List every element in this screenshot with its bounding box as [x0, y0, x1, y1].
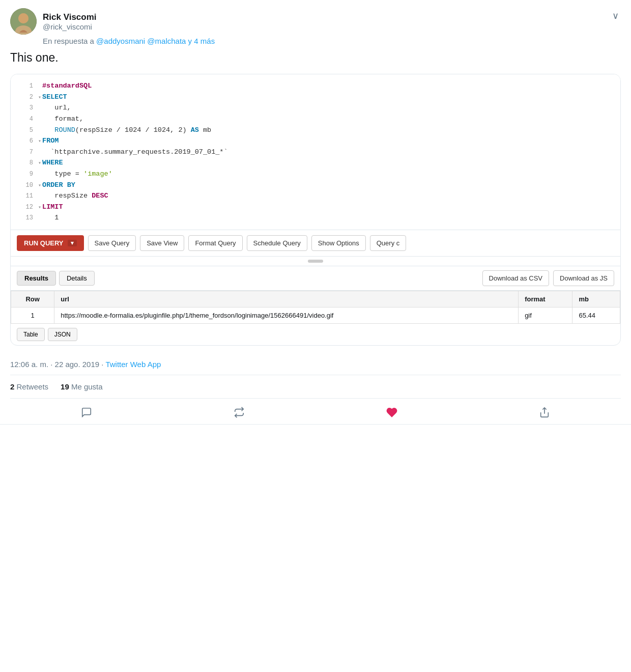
code-editor: 1 #standardSQL 2 ▾ SELECT 3 url, 4 fo: [11, 74, 620, 230]
code-line-5: 5 ROUND(respSize / 1024 / 1024, 2) AS mb: [11, 125, 620, 136]
table-row: 1 https://moodle.e-formalia.es/pluginfil…: [11, 307, 620, 323]
format-query-button[interactable]: Format Query: [188, 235, 242, 251]
code-line-2: 2 ▾ SELECT: [11, 92, 620, 103]
show-options-button[interactable]: Show Options: [311, 235, 366, 251]
avatar-image: [10, 8, 37, 35]
retweets-label: Retweets: [17, 382, 49, 391]
results-tabs-left: Results Details: [17, 271, 95, 286]
table-tab-button[interactable]: Table: [17, 328, 45, 341]
tweet-header-left: Rick Viscomi @rick_viscomi: [10, 8, 97, 35]
query-c-button[interactable]: Query c: [370, 235, 407, 251]
tweet-timestamp: 12:06 a. m. · 22 ago. 2019: [10, 360, 99, 369]
code-line-6: 6 ▾ FROM: [11, 135, 620, 147]
results-tab[interactable]: Results: [17, 271, 56, 286]
reply-icon: [81, 407, 92, 418]
cell-format: gif: [519, 307, 572, 323]
chevron-down-icon[interactable]: ∨: [610, 8, 621, 23]
reply-button[interactable]: [73, 403, 100, 422]
json-tab-button[interactable]: JSON: [48, 328, 77, 341]
col-header-url: url: [54, 291, 519, 307]
drag-handle[interactable]: [308, 260, 323, 263]
code-line-7: 7 `httparchive.summary_requests.2019_07_…: [11, 147, 620, 158]
results-section: Results Details Download as CSV Download…: [11, 266, 620, 345]
table-header-row: Row url format mb: [11, 291, 620, 307]
tweet-text: This one.: [10, 49, 621, 66]
svg-point-3: [18, 13, 28, 23]
run-query-dropdown-arrow[interactable]: ▾: [68, 240, 77, 246]
code-line-8: 8 ▾ WHERE: [11, 157, 620, 169]
col-header-mb: mb: [572, 291, 620, 307]
drag-handle-container: [11, 256, 620, 266]
retweets-count: 2: [10, 382, 14, 391]
cell-mb: 65.44: [572, 307, 620, 323]
retweet-button[interactable]: [225, 403, 253, 422]
cell-row: 1: [11, 307, 54, 323]
reply-to: En respuesta a @addyosmani @malchata y 4…: [43, 37, 621, 45]
likes-stat[interactable]: 19 Me gusta: [61, 382, 103, 391]
code-line-10: 10 ▾ ORDER BY: [11, 180, 620, 191]
code-card: 1 #standardSQL 2 ▾ SELECT 3 url, 4 fo: [10, 74, 621, 346]
schedule-query-button[interactable]: Schedule Query: [247, 235, 307, 251]
share-button[interactable]: [531, 403, 558, 422]
avatar[interactable]: [10, 8, 37, 35]
tweet-container: Rick Viscomi @rick_viscomi ∨ En respuest…: [0, 0, 631, 425]
details-tab[interactable]: Details: [59, 271, 95, 286]
code-line-13: 13 1: [11, 212, 620, 223]
tweet-stats: 2 Retweets 19 Me gusta: [10, 375, 621, 399]
user-info: Rick Viscomi @rick_viscomi: [43, 12, 97, 31]
likes-label: Me gusta: [71, 382, 103, 391]
results-tabs: Results Details Download as CSV Download…: [11, 266, 620, 291]
col-header-format: format: [519, 291, 572, 307]
cell-url: https://moodle.e-formalia.es/pluginfile.…: [54, 307, 519, 323]
code-line-3: 3 url,: [11, 102, 620, 114]
results-tabs-right: Download as CSV Download as JS: [482, 270, 614, 286]
results-table-container: Row url format mb 1 https://moodle.e-for…: [11, 291, 620, 324]
tweet-app-link[interactable]: Twitter Web App: [105, 360, 161, 369]
retweet-icon: [234, 407, 245, 418]
save-query-button[interactable]: Save Query: [88, 235, 136, 251]
likes-count: 19: [61, 382, 69, 391]
reply-mentions[interactable]: @addyosmani @malchata y 4 más: [96, 37, 215, 45]
tweet-header: Rick Viscomi @rick_viscomi ∨: [10, 8, 621, 35]
code-line-4: 4 format,: [11, 114, 620, 125]
download-csv-button[interactable]: Download as CSV: [482, 270, 550, 286]
bottom-tabs: Table JSON: [11, 324, 620, 345]
code-line-11: 11 respSize DESC: [11, 190, 620, 202]
run-query-button[interactable]: RUN QUERY ▾: [17, 235, 84, 251]
like-button[interactable]: [378, 403, 406, 422]
code-line-9: 9 type = 'image': [11, 169, 620, 180]
code-toolbar: RUN QUERY ▾ Save Query Save View Format …: [11, 230, 620, 256]
download-json-button[interactable]: Download as JS: [553, 270, 614, 286]
col-header-row: Row: [11, 291, 54, 307]
save-view-button[interactable]: Save View: [140, 235, 184, 251]
tweet-actions: [10, 399, 621, 424]
share-icon: [539, 407, 550, 418]
results-table: Row url format mb 1 https://moodle.e-for…: [11, 291, 620, 324]
reply-prefix: En respuesta a: [43, 37, 96, 45]
heart-icon: [386, 407, 397, 418]
code-line-12: 12 ▾ LIMIT: [11, 202, 620, 213]
code-line-1: 1 #standardSQL: [11, 80, 620, 92]
tweet-meta: 12:06 a. m. · 22 ago. 2019 · Twitter Web…: [10, 354, 621, 369]
display-name: Rick Viscomi: [43, 12, 97, 22]
retweets-stat[interactable]: 2 Retweets: [10, 382, 48, 391]
username: @rick_viscomi: [43, 22, 97, 31]
